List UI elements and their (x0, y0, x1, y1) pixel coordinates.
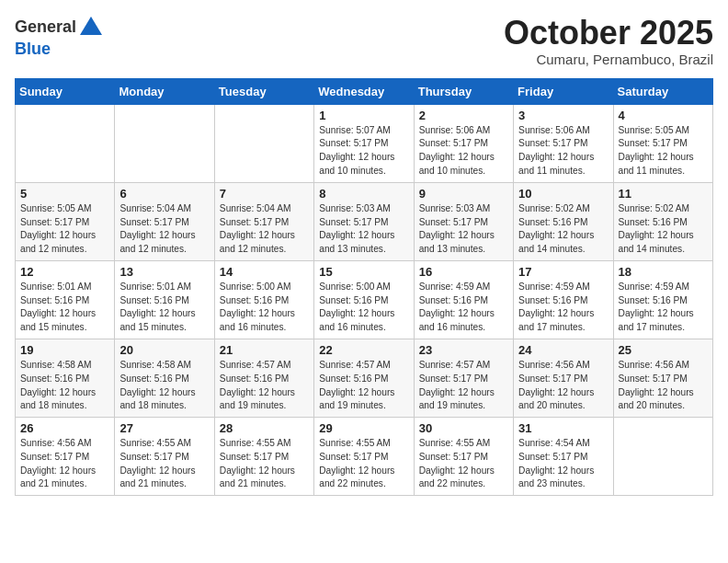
day-info: Sunrise: 4:55 AM Sunset: 5:17 PM Dayligh… (319, 437, 408, 491)
day-number: 9 (419, 187, 508, 201)
calendar-body: 1Sunrise: 5:07 AM Sunset: 5:17 PM Daylig… (16, 104, 713, 496)
logo-general: General (15, 17, 76, 36)
day-number: 21 (220, 343, 309, 357)
day-info: Sunrise: 5:07 AM Sunset: 5:17 PM Dayligh… (319, 124, 408, 178)
day-number: 23 (419, 343, 508, 357)
day-number: 30 (419, 421, 508, 435)
calendar-cell: 15Sunrise: 5:00 AM Sunset: 5:16 PM Dayli… (314, 260, 414, 339)
day-number: 27 (119, 421, 209, 435)
day-info: Sunrise: 5:00 AM Sunset: 5:16 PM Dayligh… (220, 281, 309, 335)
day-info: Sunrise: 4:57 AM Sunset: 5:16 PM Dayligh… (319, 359, 408, 413)
calendar-cell: 9Sunrise: 5:03 AM Sunset: 5:17 PM Daylig… (414, 182, 513, 260)
day-number: 15 (319, 265, 408, 279)
calendar-cell: 11Sunrise: 5:02 AM Sunset: 5:16 PM Dayli… (613, 182, 712, 260)
day-number: 13 (119, 265, 209, 279)
day-number: 24 (518, 343, 608, 357)
page-header: General Blue October 2025 Cumaru, Pernam… (15, 15, 713, 67)
day-info: Sunrise: 4:59 AM Sunset: 5:16 PM Dayligh… (619, 281, 708, 335)
day-number: 2 (419, 109, 508, 122)
day-info: Sunrise: 4:57 AM Sunset: 5:16 PM Dayligh… (220, 359, 309, 413)
day-number: 5 (20, 187, 109, 201)
day-info: Sunrise: 5:06 AM Sunset: 5:17 PM Dayligh… (518, 124, 608, 178)
day-info: Sunrise: 5:01 AM Sunset: 5:16 PM Dayligh… (20, 281, 109, 335)
day-info: Sunrise: 4:57 AM Sunset: 5:17 PM Dayligh… (419, 359, 508, 413)
day-number: 3 (518, 109, 608, 122)
day-info: Sunrise: 5:05 AM Sunset: 5:17 PM Dayligh… (20, 202, 109, 257)
month-title: October 2025 (504, 15, 713, 52)
calendar-cell: 17Sunrise: 4:59 AM Sunset: 5:16 PM Dayli… (514, 260, 613, 339)
calendar-cell: 19Sunrise: 4:58 AM Sunset: 5:16 PM Dayli… (16, 339, 115, 417)
calendar-cell (613, 418, 712, 496)
calendar-week-1: 1Sunrise: 5:07 AM Sunset: 5:17 PM Daylig… (16, 104, 713, 182)
calendar-cell: 3Sunrise: 5:06 AM Sunset: 5:17 PM Daylig… (514, 104, 613, 182)
day-info: Sunrise: 5:00 AM Sunset: 5:16 PM Dayligh… (319, 281, 408, 335)
calendar-cell: 8Sunrise: 5:03 AM Sunset: 5:17 PM Daylig… (314, 182, 414, 260)
day-info: Sunrise: 4:58 AM Sunset: 5:16 PM Dayligh… (119, 359, 209, 413)
calendar-week-5: 26Sunrise: 4:56 AM Sunset: 5:17 PM Dayli… (16, 418, 713, 496)
day-info: Sunrise: 4:59 AM Sunset: 5:16 PM Dayligh… (419, 281, 508, 335)
logo-blue: Blue (15, 40, 51, 58)
weekday-header-tuesday: Tuesday (214, 78, 313, 104)
calendar-cell: 31Sunrise: 4:54 AM Sunset: 5:17 PM Dayli… (514, 418, 613, 496)
day-info: Sunrise: 4:55 AM Sunset: 5:17 PM Dayligh… (419, 437, 508, 491)
day-info: Sunrise: 4:54 AM Sunset: 5:17 PM Dayligh… (518, 437, 608, 491)
calendar-cell: 22Sunrise: 4:57 AM Sunset: 5:16 PM Dayli… (314, 339, 414, 417)
title-block: October 2025 Cumaru, Pernambuco, Brazil (504, 15, 713, 67)
location-subtitle: Cumaru, Pernambuco, Brazil (504, 52, 713, 67)
calendar-cell: 4Sunrise: 5:05 AM Sunset: 5:17 PM Daylig… (613, 104, 712, 182)
calendar-cell: 10Sunrise: 5:02 AM Sunset: 5:16 PM Dayli… (514, 182, 613, 260)
calendar-cell: 1Sunrise: 5:07 AM Sunset: 5:17 PM Daylig… (314, 104, 414, 182)
calendar-cell: 30Sunrise: 4:55 AM Sunset: 5:17 PM Dayli… (414, 418, 513, 496)
calendar-week-2: 5Sunrise: 5:05 AM Sunset: 5:17 PM Daylig… (16, 182, 713, 260)
weekday-header-saturday: Saturday (613, 78, 712, 104)
weekday-header-thursday: Thursday (414, 78, 513, 104)
day-info: Sunrise: 5:02 AM Sunset: 5:16 PM Dayligh… (619, 202, 708, 257)
day-number: 1 (319, 109, 408, 122)
calendar-cell: 26Sunrise: 4:56 AM Sunset: 5:17 PM Dayli… (16, 418, 115, 496)
day-number: 22 (319, 343, 408, 357)
day-info: Sunrise: 4:55 AM Sunset: 5:17 PM Dayligh… (119, 437, 209, 491)
day-number: 26 (20, 421, 109, 435)
day-number: 6 (119, 187, 209, 201)
calendar-cell: 18Sunrise: 4:59 AM Sunset: 5:16 PM Dayli… (613, 260, 712, 339)
calendar-cell: 7Sunrise: 5:04 AM Sunset: 5:17 PM Daylig… (214, 182, 313, 260)
logo: General Blue (15, 15, 106, 59)
calendar-cell: 5Sunrise: 5:05 AM Sunset: 5:17 PM Daylig… (16, 182, 115, 260)
day-number: 12 (20, 265, 109, 279)
day-info: Sunrise: 4:56 AM Sunset: 5:17 PM Dayligh… (20, 437, 109, 491)
calendar-cell (16, 104, 115, 182)
day-info: Sunrise: 5:04 AM Sunset: 5:17 PM Dayligh… (119, 202, 209, 257)
weekday-header-monday: Monday (115, 78, 214, 104)
calendar-cell: 25Sunrise: 4:56 AM Sunset: 5:17 PM Dayli… (613, 339, 712, 417)
calendar-cell: 29Sunrise: 4:55 AM Sunset: 5:17 PM Dayli… (314, 418, 414, 496)
day-number: 7 (220, 187, 309, 201)
day-number: 31 (518, 421, 608, 435)
day-number: 17 (518, 265, 608, 279)
day-info: Sunrise: 4:56 AM Sunset: 5:17 PM Dayligh… (619, 359, 708, 413)
day-info: Sunrise: 4:59 AM Sunset: 5:16 PM Dayligh… (518, 281, 608, 335)
calendar-cell: 12Sunrise: 5:01 AM Sunset: 5:16 PM Dayli… (16, 260, 115, 339)
calendar-cell: 21Sunrise: 4:57 AM Sunset: 5:16 PM Dayli… (214, 339, 313, 417)
calendar-cell (214, 104, 313, 182)
day-info: Sunrise: 5:03 AM Sunset: 5:17 PM Dayligh… (319, 202, 408, 257)
day-info: Sunrise: 5:02 AM Sunset: 5:16 PM Dayligh… (518, 202, 608, 257)
calendar-week-3: 12Sunrise: 5:01 AM Sunset: 5:16 PM Dayli… (16, 260, 713, 339)
calendar-cell: 23Sunrise: 4:57 AM Sunset: 5:17 PM Dayli… (414, 339, 513, 417)
day-info: Sunrise: 5:06 AM Sunset: 5:17 PM Dayligh… (419, 124, 508, 178)
day-info: Sunrise: 4:55 AM Sunset: 5:17 PM Dayligh… (220, 437, 309, 491)
day-number: 14 (220, 265, 309, 279)
day-number: 29 (319, 421, 408, 435)
day-number: 19 (20, 343, 109, 357)
calendar-cell: 27Sunrise: 4:55 AM Sunset: 5:17 PM Dayli… (115, 418, 214, 496)
day-number: 11 (619, 187, 708, 201)
calendar-header-row: SundayMondayTuesdayWednesdayThursdayFrid… (16, 78, 713, 104)
calendar-cell: 24Sunrise: 4:56 AM Sunset: 5:17 PM Dayli… (514, 339, 613, 417)
calendar-cell: 13Sunrise: 5:01 AM Sunset: 5:16 PM Dayli… (115, 260, 214, 339)
calendar-cell: 14Sunrise: 5:00 AM Sunset: 5:16 PM Dayli… (214, 260, 313, 339)
day-number: 18 (619, 265, 708, 279)
calendar-cell (115, 104, 214, 182)
day-number: 10 (518, 187, 608, 201)
calendar-cell: 28Sunrise: 4:55 AM Sunset: 5:17 PM Dayli… (214, 418, 313, 496)
weekday-header-wednesday: Wednesday (314, 78, 414, 104)
day-info: Sunrise: 5:01 AM Sunset: 5:16 PM Dayligh… (119, 281, 209, 335)
